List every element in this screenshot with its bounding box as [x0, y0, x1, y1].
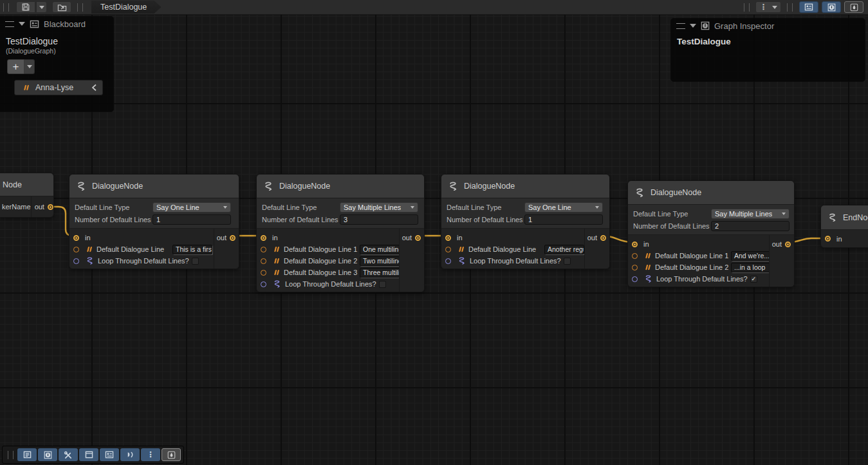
drag-handle-icon — [5, 21, 14, 27]
default-lines-count-field[interactable]: 2 — [711, 221, 790, 231]
loop-port[interactable] — [261, 281, 266, 287]
dialogue-node-2[interactable]: DialogueNodeDefault Line TypeSay Multipl… — [256, 174, 425, 292]
line-port[interactable] — [73, 247, 79, 252]
dialogue-line-field[interactable]: ...in a loop — [731, 263, 771, 272]
dialogue-node-4[interactable]: DialogueNodeDefault Line TypeSay Multipl… — [627, 180, 795, 287]
out-port[interactable] — [785, 242, 791, 247]
line-port[interactable] — [445, 247, 451, 252]
add-property-dropdown[interactable] — [24, 59, 35, 74]
node-properties: Default Line TypeSay Multiple LinesNumbe… — [257, 198, 424, 229]
line-port[interactable] — [261, 258, 266, 264]
open-asset-button[interactable] — [52, 1, 71, 13]
chevron-left-icon[interactable] — [91, 84, 97, 91]
property-label: Number of Default Lines — [633, 222, 710, 230]
tab-testdialogue[interactable]: TestDialogue — [91, 1, 161, 14]
add-property-button[interactable]: + — [7, 59, 24, 74]
quote-icon-wrap — [644, 252, 651, 259]
inspector-toggle-button[interactable] — [822, 1, 841, 13]
loop-port[interactable] — [445, 258, 451, 264]
collapse-arrow-icon[interactable] — [19, 22, 25, 26]
end-node[interactable]: EndNode in — [820, 205, 868, 248]
loop-label: Loop Through Default Lines? — [656, 275, 748, 283]
loop-checkbox[interactable] — [564, 258, 571, 265]
dialogue-line-field[interactable]: Another regu — [544, 245, 584, 254]
node-title: Node — [3, 180, 22, 189]
preview-toggle-button-bottom[interactable] — [162, 448, 181, 461]
blackboard-graph-name: TestDialogue — [6, 36, 113, 46]
dialogue-line-field[interactable]: One multiline — [360, 245, 400, 254]
playback-toggle-button[interactable] — [120, 448, 140, 461]
line-port[interactable] — [632, 265, 638, 270]
collapse-arrow-icon[interactable] — [690, 24, 696, 28]
preview-toggle-button[interactable] — [844, 1, 863, 13]
quote-icon — [273, 246, 280, 252]
out-port[interactable] — [415, 235, 421, 241]
dialogue-node-3[interactable]: DialogueNodeDefault Line TypeSay One Lin… — [441, 174, 610, 269]
graph-inspector-header[interactable]: Graph Inspector — [671, 19, 865, 33]
line-port[interactable] — [632, 253, 638, 259]
console-toggle-button[interactable] — [17, 448, 37, 461]
default-lines-count-field[interactable]: 1 — [152, 214, 231, 225]
default-lines-count-field[interactable]: 3 — [340, 214, 418, 225]
line-type-dropdown[interactable]: Say Multiple Lines — [711, 209, 790, 219]
overflow-menu-button[interactable]: ⋮ — [755, 1, 781, 13]
save-button[interactable] — [16, 1, 35, 13]
loop-checkbox[interactable]: ✓ — [750, 276, 757, 283]
dialogue-line-field[interactable]: And we're... — [731, 251, 771, 261]
line-type-dropdown[interactable]: Say One Line — [152, 202, 231, 213]
loop-checkbox[interactable] — [192, 258, 199, 265]
blackboard-toggle-button[interactable] — [799, 1, 818, 13]
default-lines-count-field[interactable]: 1 — [524, 214, 603, 225]
dialogue-node-1[interactable]: DialogueNodeDefault Line TypeSay One Lin… — [69, 174, 239, 269]
dialogue-line-field[interactable]: This is a first — [172, 245, 212, 254]
out-port[interactable] — [230, 235, 235, 241]
dialogue-line-field[interactable]: Three multilin — [360, 268, 400, 278]
blackboard-header[interactable]: Blackboard — [0, 17, 113, 31]
in-port[interactable] — [445, 235, 451, 241]
in-port[interactable] — [261, 235, 266, 241]
quote-icon — [644, 252, 651, 259]
loop-port[interactable] — [632, 276, 638, 282]
property-row: Default Line TypeSay Multiple Lines — [628, 209, 794, 219]
in-port[interactable] — [73, 235, 79, 241]
line-type-dropdown[interactable]: Say Multiple Lines — [340, 202, 418, 213]
node-properties: Default Line TypeSay One LineNumber of D… — [69, 198, 239, 229]
out-port[interactable] — [48, 204, 53, 210]
out-port[interactable] — [600, 235, 606, 241]
property-row: Number of Default Lines1 — [441, 214, 609, 225]
window-toggle-button[interactable] — [79, 448, 98, 461]
loop-checkbox[interactable] — [379, 281, 386, 288]
tools-toggle-button[interactable] — [59, 448, 78, 461]
dialogue-line-field[interactable]: Two multiline — [360, 256, 400, 266]
save-options-dropdown[interactable] — [36, 1, 47, 13]
blackboard-icon — [804, 3, 813, 11]
inspector-toggle-button-bottom[interactable] — [38, 448, 57, 461]
in-port[interactable] — [632, 242, 638, 247]
toolbar-drag-handle[interactable] — [787, 3, 793, 12]
end-node-icon — [827, 213, 837, 222]
speaker-node-partial[interactable]: Node kerName out — [0, 173, 54, 218]
out-port-label: out — [402, 234, 412, 242]
dialogue-node-icon — [263, 182, 273, 191]
line-type-dropdown[interactable]: Say One Line — [524, 202, 603, 213]
blackboard-toggle-button-bottom[interactable] — [100, 448, 119, 461]
in-port[interactable] — [825, 236, 831, 242]
chevron-down-icon — [27, 65, 32, 68]
property-label: Number of Default Lines — [262, 216, 338, 223]
toolbar-drag-handle[interactable] — [3, 3, 9, 12]
graph-editor-window: TestDialogue ⋮ — [0, 0, 868, 465]
more-options-button[interactable]: ⋮ — [141, 448, 160, 461]
line-port[interactable] — [261, 247, 266, 252]
out-port-row: out — [214, 232, 239, 243]
property-row: Number of Default Lines2 — [628, 221, 794, 231]
tab-label: TestDialogue — [100, 3, 147, 12]
loop-port[interactable] — [73, 258, 79, 264]
top-toolbar: TestDialogue ⋮ — [0, 0, 868, 15]
toolbar-drag-handle[interactable] — [8, 451, 14, 459]
line-port[interactable] — [261, 270, 266, 276]
chevron-down-icon — [595, 206, 599, 209]
blackboard-field-anna-lyse[interactable]: Anna-Lyse — [14, 80, 103, 95]
toolbar-drag-handle[interactable] — [77, 3, 83, 12]
out-port-row: out — [585, 232, 609, 243]
toolbar-drag-handle[interactable] — [744, 3, 750, 12]
